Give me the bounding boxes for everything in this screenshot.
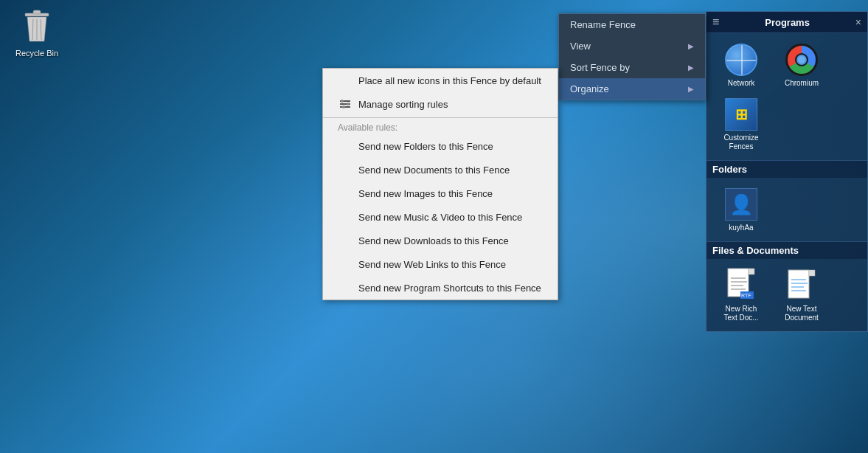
send-music-item[interactable]: Send new Music & Video to this Fence (323, 205, 558, 229)
organize-submenu: Place all new icons in this Fence by def… (322, 68, 558, 300)
recycle-bin-label: Recycle Bin (15, 49, 58, 58)
svg-rect-1 (33, 10, 41, 14)
programs-fence-header: ≡ Programs × (706, 12, 867, 33)
folders-section: 👤 kuyhAa (706, 178, 867, 241)
customize-fences-icon: ⊞ (723, 97, 759, 132)
send-downloads-item[interactable]: Send new Downloads to this Fence (323, 229, 558, 252)
network-icon (723, 42, 759, 77)
desktop: Recycle Bin kuyhaa-android69.net ≡ Progr… (0, 0, 868, 453)
manage-sorting-item[interactable]: Manage sorting rules (323, 92, 558, 116)
send-programs-icon (338, 280, 353, 295)
organize-separator-1 (323, 117, 558, 118)
send-downloads-label: Send new Downloads to this Fence (358, 235, 543, 246)
send-programs-item[interactable]: Send new Program Shortcuts to this Fence (323, 276, 558, 300)
send-images-icon (338, 186, 353, 201)
files-section-header: Files & Documents (706, 241, 867, 259)
send-documents-label: Send new Documents to this Fence (358, 165, 543, 176)
kuyhaa-folder-icon: 👤 (723, 187, 759, 222)
rename-fence-item[interactable]: Rename Fence (559, 14, 705, 35)
recycle-bin-icon (19, 7, 55, 46)
new-text-doc-label: New TextDocument (785, 305, 819, 322)
fences-panel: ≡ Programs × Network (706, 11, 868, 332)
kuyhaa-folder-item[interactable]: 👤 kuyhAa (712, 184, 770, 235)
folders-section-header: Folders (706, 160, 867, 178)
chromium-label: Chromium (785, 79, 819, 88)
place-all-icons-icon (338, 73, 353, 88)
send-weblinks-item[interactable]: Send new Web Links to this Fence (323, 252, 558, 276)
organize-label: Organize (570, 83, 609, 94)
rich-text-doc-item[interactable]: RTF New RichText Doc... (712, 265, 770, 325)
chromium-icon (784, 42, 819, 77)
folders-icons-row: 👤 kuyhAa (712, 184, 861, 235)
chromium-icon-item[interactable]: Chromium (773, 39, 830, 91)
fence-menu-button[interactable]: ≡ (712, 15, 719, 29)
send-images-item[interactable]: Send new Images to this Fence (323, 181, 558, 205)
programs-fence-title: Programs (719, 17, 855, 28)
kuyhaa-folder-label: kuyhAa (729, 224, 753, 232)
svg-point-24 (341, 100, 344, 103)
network-label: Network (728, 79, 755, 88)
send-music-icon (338, 210, 353, 224)
send-folders-icon (338, 139, 353, 153)
available-rules-label: Available rules: (323, 120, 558, 134)
new-text-doc-icon (784, 268, 819, 303)
files-section: RTF New RichText Doc... (706, 259, 867, 331)
svg-text:RTF: RTF (741, 293, 751, 298)
customize-fences-label: CustomizeFences (723, 134, 758, 151)
send-weblinks-icon (338, 257, 353, 272)
organize-item[interactable]: Organize ▶ (559, 78, 705, 100)
recycle-bin[interactable]: Recycle Bin (11, 7, 63, 58)
network-icon-item[interactable]: Network (712, 39, 770, 91)
view-arrow: ▶ (688, 42, 694, 50)
send-programs-label: Send new Program Shortcuts to this Fence (358, 283, 543, 294)
sort-arrow: ▶ (688, 63, 694, 72)
fence-context-menu: Rename Fence View ▶ Sort Fence by ▶ Orga… (558, 13, 706, 100)
send-downloads-icon (338, 233, 353, 248)
send-documents-item[interactable]: Send new Documents to this Fence (323, 158, 558, 181)
send-documents-icon (338, 162, 353, 177)
rename-fence-label: Rename Fence (570, 19, 636, 30)
place-all-icons-item[interactable]: Place all new icons in this Fence by def… (323, 69, 558, 92)
sort-fence-by-item[interactable]: Sort Fence by ▶ (559, 57, 705, 78)
svg-point-26 (342, 106, 345, 108)
svg-rect-16 (809, 270, 815, 276)
send-folders-item[interactable]: Send new Folders to this Fence (323, 134, 558, 158)
send-folders-label: Send new Folders to this Fence (358, 141, 543, 152)
files-icons-row: RTF New RichText Doc... (712, 265, 861, 325)
send-weblinks-label: Send new Web Links to this Fence (358, 259, 543, 270)
programs-section: Network Chromium ⊞ (706, 33, 867, 160)
send-music-label: Send new Music & Video to this Fence (358, 212, 543, 223)
send-images-label: Send new Images to this Fence (358, 188, 543, 199)
customize-fences-icon-item[interactable]: ⊞ CustomizeFences (712, 94, 770, 154)
svg-point-25 (347, 103, 350, 106)
manage-sorting-label: Manage sorting rules (358, 99, 543, 110)
view-item[interactable]: View ▶ (559, 35, 705, 57)
new-text-doc-item[interactable]: New TextDocument (773, 265, 830, 325)
sort-fence-by-label: Sort Fence by (570, 62, 630, 73)
programs-icons-row: Network Chromium ⊞ (712, 39, 861, 154)
svg-rect-14 (788, 270, 809, 298)
place-all-icons-label: Place all new icons in this Fence by def… (358, 75, 543, 86)
svg-rect-7 (749, 269, 754, 274)
organize-arrow: ▶ (688, 85, 694, 93)
rich-text-doc-label: New RichText Doc... (723, 305, 758, 322)
fence-close-button[interactable]: × (855, 16, 861, 28)
rich-text-doc-icon: RTF (723, 268, 759, 303)
view-label: View (570, 41, 591, 52)
manage-sorting-icon (338, 97, 353, 111)
